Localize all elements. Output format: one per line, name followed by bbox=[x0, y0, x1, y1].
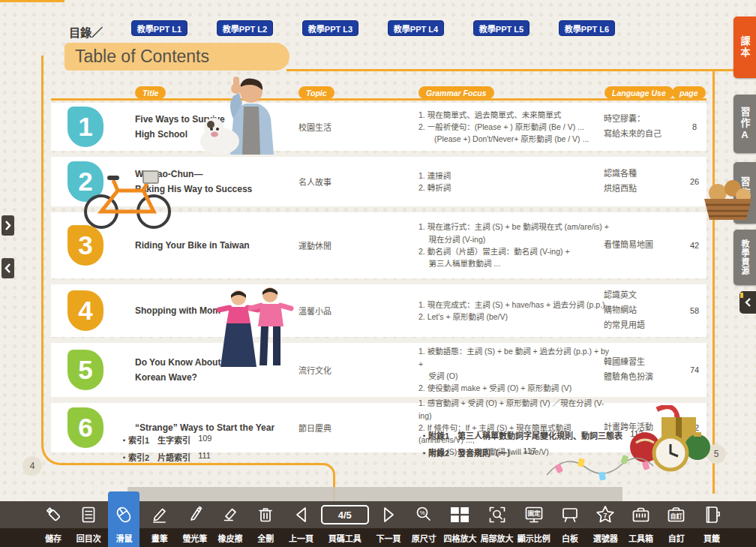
lesson-grammar: 1. 現在進行式：主詞 (S) + be 動詞現在式 (am/are/is) +… bbox=[418, 212, 610, 278]
pen-tool-button[interactable]: 畫筆 bbox=[144, 501, 176, 547]
ppt-button-l5[interactable]: 教學PPT L5 bbox=[473, 20, 530, 36]
chevron-right-icon bbox=[4, 220, 12, 231]
lesson-topic: 名人故事 bbox=[298, 157, 377, 206]
chevron-left-icon bbox=[743, 297, 752, 308]
chevron-left-icon bbox=[4, 263, 12, 274]
scroll-strip[interactable] bbox=[128, 487, 622, 501]
collapse-tabs-button[interactable] bbox=[740, 291, 756, 314]
page-tab-button[interactable]: 頁籤 bbox=[696, 501, 728, 547]
tool-label: 下一頁 bbox=[376, 528, 400, 547]
page-number-tool[interactable]: 4/5 頁碼工具 bbox=[321, 501, 369, 547]
tool-label: 自訂 bbox=[668, 528, 685, 547]
lesson-grammar: 1. 現在完成式：主詞 (S) + have/has + 過去分詞 (p.p.)… bbox=[418, 284, 610, 337]
lesson-title: Riding Your Bike in Taiwan bbox=[135, 212, 292, 278]
next-page-button[interactable]: 下一頁 bbox=[373, 501, 404, 547]
save-button[interactable]: 儲存 bbox=[38, 501, 69, 547]
toolbox-custom-icon: 自訂 bbox=[666, 505, 686, 524]
lesson-title: Wu Pao-Chun—Baking His Way to Success bbox=[135, 157, 292, 206]
custom-button[interactable]: 自訂 自訂 bbox=[661, 501, 692, 547]
toolbox-button[interactable]: 工具箱 bbox=[626, 501, 657, 547]
mouse-icon bbox=[114, 505, 134, 524]
eraser-icon bbox=[220, 505, 240, 524]
lesson-language-use: 看懂簡易地圖 bbox=[604, 212, 679, 278]
lesson-number-badge: 5 bbox=[68, 350, 104, 390]
lesson-number-cell: 6 bbox=[68, 403, 112, 452]
tool-label: 滑鼠 bbox=[116, 528, 132, 547]
highlighter-tool-button[interactable]: 螢光筆 bbox=[179, 501, 211, 547]
lesson-title: Shopping with Mom bbox=[135, 284, 292, 337]
list-icon bbox=[79, 505, 98, 524]
delete-all-button[interactable]: 全刪 bbox=[250, 501, 281, 547]
svg-text:%: % bbox=[420, 509, 425, 516]
lesson-page-number: 74 bbox=[680, 343, 710, 397]
tab-accent-mark bbox=[740, 293, 743, 298]
marker-icon bbox=[185, 505, 205, 524]
ppt-button-l1[interactable]: 教學PPT L1 bbox=[131, 20, 188, 36]
column-header-2: Grammar Focus bbox=[418, 86, 494, 99]
monitor-icon: 固定 bbox=[524, 505, 544, 524]
lesson-topic: 溫馨小品 bbox=[298, 284, 377, 337]
lesson-number-cell: 4 bbox=[68, 284, 112, 337]
tool-label: 原尺寸 bbox=[412, 528, 436, 547]
ppt-button-l6[interactable]: 教學PPT L6 bbox=[559, 20, 615, 36]
whiteboard-icon bbox=[560, 505, 580, 524]
side-tab-3[interactable]: 教學資源 bbox=[734, 230, 756, 285]
display-ratio-button[interactable]: 固定 顯示比例 bbox=[518, 501, 550, 547]
breadcrumb: 目錄／ bbox=[69, 24, 103, 40]
svg-text:固定: 固定 bbox=[527, 509, 541, 517]
lesson-grammar: 1. 被動語態：主詞 (S) + be 動詞 + 過去分詞 (p.p.) + b… bbox=[418, 343, 610, 397]
side-tab-2[interactable]: 習作甲 bbox=[734, 162, 756, 224]
lesson-table: 1 Five Ways to SurviveHigh School 校園生活 1… bbox=[51, 103, 706, 452]
lesson-number-badge: 2 bbox=[68, 161, 104, 202]
side-tab-1[interactable]: 習作A bbox=[734, 95, 756, 153]
number-picker-button[interactable]: 7 選號器 bbox=[590, 501, 621, 547]
column-header-3: Language Use bbox=[604, 86, 674, 99]
column-header-0: Title bbox=[135, 86, 166, 99]
page-indicator-box[interactable]: 4/5 bbox=[321, 505, 369, 524]
header-rule bbox=[51, 98, 706, 101]
index-item: ・附錄1 第三人稱單數動詞字尾變化規則、動詞三態表 112 bbox=[420, 429, 644, 441]
index-list: ・索引1 生字索引 109 ・索引2 片語索引 111 bbox=[120, 434, 212, 468]
region-zoom-button[interactable]: 局部放大 bbox=[481, 501, 514, 547]
tool-label: 上一頁 bbox=[289, 528, 314, 547]
tool-label: 回目次 bbox=[76, 528, 101, 547]
tool-label: 儲存 bbox=[45, 528, 62, 547]
lesson-row-5: 5 Do You Know About theKorean Wave? 流行文化… bbox=[51, 343, 706, 397]
svg-text:7: 7 bbox=[604, 511, 608, 518]
ppt-button-l2[interactable]: 教學PPT L2 bbox=[217, 20, 273, 36]
zoom-percent-icon: % bbox=[414, 505, 434, 524]
prev-page-button[interactable]: 上一頁 bbox=[286, 501, 317, 547]
tool-label: 顯示比例 bbox=[518, 528, 550, 547]
ppt-button-l4[interactable]: 教學PPT L4 bbox=[388, 20, 444, 36]
tool-label: 選號器 bbox=[593, 528, 618, 547]
tool-label: 頁籤 bbox=[704, 528, 720, 547]
grid-4-icon bbox=[449, 505, 470, 524]
toc-button[interactable]: 回目次 bbox=[73, 501, 104, 547]
whiteboard-button[interactable]: 白板 bbox=[554, 501, 586, 547]
tool-label: 橡皮擦 bbox=[218, 528, 243, 547]
column-header-4: page bbox=[672, 86, 706, 99]
lesson-language-use: 韓國練習生體驗角色扮演 bbox=[604, 343, 679, 397]
lesson-number-badge: 4 bbox=[68, 290, 104, 331]
ppt-button-l3[interactable]: 教學PPT L3 bbox=[302, 20, 358, 36]
prev-page-edge-button[interactable] bbox=[2, 258, 14, 278]
lesson-language-use: 認識各種烘焙西點 bbox=[604, 157, 679, 206]
tool-label: 白板 bbox=[562, 528, 578, 547]
side-tab-0[interactable]: 課本 bbox=[734, 17, 756, 78]
lesson-page-number: 42 bbox=[680, 212, 710, 278]
four-grid-zoom-button[interactable]: 四格放大 bbox=[443, 501, 476, 547]
index-item: ・索引2 片語索引 111 bbox=[120, 451, 212, 463]
tool-label: 全刪 bbox=[257, 528, 274, 547]
lesson-number-cell: 5 bbox=[68, 343, 112, 397]
tool-label: 工具箱 bbox=[628, 528, 653, 547]
lesson-topic: 流行文化 bbox=[298, 343, 377, 397]
mouse-tool-button[interactable]: 滑鼠 bbox=[108, 501, 140, 547]
zoom-region-icon bbox=[488, 505, 507, 524]
original-size-button[interactable]: % 原尺寸 bbox=[408, 501, 440, 547]
page-number-left: 4 bbox=[22, 456, 42, 476]
next-page-edge-button[interactable] bbox=[2, 215, 14, 236]
prev-triangle-icon bbox=[292, 505, 311, 524]
lesson-row-1: 1 Five Ways to SurviveHigh School 校園生活 1… bbox=[51, 103, 706, 151]
next-triangle-icon bbox=[379, 505, 398, 524]
eraser-tool-button[interactable]: 橡皮擦 bbox=[214, 501, 246, 547]
